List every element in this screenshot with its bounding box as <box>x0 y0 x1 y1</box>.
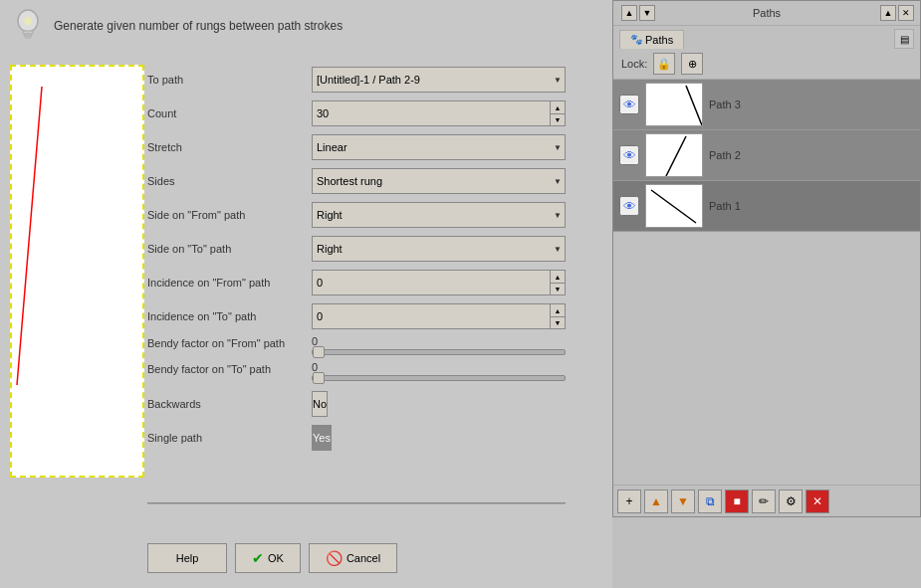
action-buttons: Help ✔ OK 🚫 Cancel <box>147 543 397 573</box>
path-thumb-3 <box>645 83 703 126</box>
help-button[interactable]: Help <box>147 543 227 573</box>
move-up-btn[interactable]: ▲ <box>644 490 668 513</box>
preview-canvas <box>12 67 142 476</box>
bendy-from-slider-track[interactable] <box>312 349 566 355</box>
ok-button[interactable]: ✔ OK <box>235 543 301 573</box>
incidence-from-input[interactable] <box>312 270 550 295</box>
side-to-select[interactable]: Right <box>312 236 566 262</box>
count-control: ▲ ▼ <box>312 100 566 126</box>
paths-down-btn[interactable]: ▼ <box>639 5 655 21</box>
count-down-btn[interactable]: ▼ <box>550 113 566 126</box>
stretch-select[interactable]: Linear <box>312 134 566 160</box>
paths-up-btn[interactable]: ▲ <box>621 5 637 21</box>
count-up-btn[interactable]: ▲ <box>550 100 566 113</box>
bendy-from-row: Bendy factor on "From" path 0 <box>147 335 566 355</box>
incidence-from-down-btn[interactable]: ▼ <box>550 283 566 295</box>
stretch-select-wrapper: Linear <box>312 134 566 160</box>
to-path-select[interactable]: [Untitled]-1 / Path 2-9 <box>312 67 566 93</box>
bendy-from-control: 0 <box>312 335 566 355</box>
bendy-from-label: Bendy factor on "From" path <box>147 335 312 349</box>
sides-label: Sides <box>147 175 312 187</box>
duplicate-btn[interactable]: ⧉ <box>698 490 722 513</box>
paths-list: 👁 Path 3 👁 Path 2 <box>613 80 920 232</box>
bendy-to-value: 0 <box>312 361 566 373</box>
paths-tab-icon: 🐾 <box>630 34 642 45</box>
incidence-to-row: Incidence on "To" path ▲ ▼ <box>147 301 566 331</box>
paths-tab-bar: 🐾 Paths ▤ <box>613 26 920 49</box>
to-path-row: To path [Untitled]-1 / Path 2-9 <box>147 65 566 95</box>
bottom-separator <box>147 502 566 504</box>
visibility-btn-2[interactable]: 👁 <box>619 145 639 165</box>
edit-btn[interactable]: ✏ <box>752 490 776 513</box>
side-from-control: Right <box>312 202 566 228</box>
bulb-icon <box>12 8 44 44</box>
paths-titlebar: ▲ ▼ Paths ▲ ✕ <box>613 1 920 26</box>
bendy-from-value: 0 <box>312 335 566 347</box>
bendy-to-slider-track[interactable] <box>312 375 566 381</box>
form-area: To path [Untitled]-1 / Path 2-9 Count ▲ … <box>147 65 566 457</box>
cancel-icon: 🚫 <box>326 550 343 566</box>
cancel-button[interactable]: 🚫 Cancel <box>309 543 397 573</box>
lock-position-btn[interactable]: 🔒 <box>653 53 675 75</box>
incidence-to-down-btn[interactable]: ▼ <box>550 316 566 329</box>
path-item-1[interactable]: 👁 Path 1 <box>613 181 920 232</box>
sides-control: Shortest rung <box>312 168 566 194</box>
svg-rect-3 <box>25 36 31 38</box>
svg-line-6 <box>686 86 702 125</box>
remove-btn[interactable]: ✕ <box>806 490 829 513</box>
sides-row: Sides Shortest rung <box>147 166 566 196</box>
incidence-from-up-btn[interactable]: ▲ <box>550 270 566 283</box>
backwards-toggle[interactable]: No <box>312 391 328 417</box>
bendy-to-slider-thumb[interactable] <box>313 372 325 384</box>
panel-menu-btn[interactable]: ▤ <box>894 29 914 49</box>
incidence-to-control: ▲ ▼ <box>312 303 566 329</box>
single-path-toggle[interactable]: Yes <box>312 425 332 451</box>
incidence-to-up-btn[interactable]: ▲ <box>550 303 566 316</box>
incidence-to-spinner: ▲ ▼ <box>312 303 566 329</box>
stretch-label: Stretch <box>147 141 312 153</box>
path-name-2: Path 2 <box>709 149 741 161</box>
visibility-btn-3[interactable]: 👁 <box>619 95 639 114</box>
sides-select-wrapper: Shortest rung <box>312 168 566 194</box>
incidence-to-label: Incidence on "To" path <box>147 310 312 322</box>
incidence-to-buttons: ▲ ▼ <box>550 303 566 329</box>
paths-panel-wrapper: ▲ ▼ Paths ▲ ✕ 🐾 Paths ▤ Lock: 🔒 ⊕ 👁 <box>612 0 921 517</box>
lock-visibility-btn[interactable]: ⊕ <box>681 53 703 75</box>
visibility-btn-1[interactable]: 👁 <box>619 196 639 216</box>
incidence-from-row: Incidence on "From" path ▲ ▼ <box>147 268 566 297</box>
move-down-btn[interactable]: ▼ <box>671 490 695 513</box>
count-input[interactable] <box>312 100 550 126</box>
paths-tab[interactable]: 🐾 Paths <box>619 30 684 49</box>
svg-line-7 <box>666 136 686 176</box>
side-from-select[interactable]: Right <box>312 202 566 228</box>
more-btn[interactable]: ⚙ <box>779 490 803 513</box>
single-path-label: Single path <box>147 432 312 444</box>
side-from-row: Side on "From" path Right <box>147 200 566 230</box>
paths-panel-title: Paths <box>655 7 878 19</box>
stretch-row: Stretch Linear <box>147 132 566 162</box>
sides-select[interactable]: Shortest rung <box>312 168 566 194</box>
cancel-label: Cancel <box>346 552 380 564</box>
side-from-label: Side on "From" path <box>147 209 312 221</box>
path-thumb-1 <box>645 184 703 228</box>
paths-toolbar: + ▲ ▼ ⧉ ■ ✏ ⚙ ✕ <box>613 485 920 516</box>
bendy-from-slider-thumb[interactable] <box>313 346 325 358</box>
backwards-row: Backwards No <box>147 389 566 419</box>
path-item-2[interactable]: 👁 Path 2 <box>613 130 920 181</box>
delete-btn[interactable]: ■ <box>725 490 749 513</box>
paths-close-btn[interactable]: ✕ <box>898 5 914 21</box>
canvas-area <box>10 65 144 478</box>
side-from-select-wrapper: Right <box>312 202 566 228</box>
count-label: Count <box>147 107 312 119</box>
bendy-to-label: Bendy factor on "To" path <box>147 361 312 375</box>
main-dialog: Generate given number of rungs between p… <box>0 0 612 588</box>
incidence-to-input[interactable] <box>312 303 550 329</box>
add-path-btn[interactable]: + <box>617 490 641 513</box>
path-item-3[interactable]: 👁 Path 3 <box>613 80 920 130</box>
path-name-3: Path 3 <box>709 98 741 110</box>
count-row: Count ▲ ▼ <box>147 98 566 128</box>
to-path-control: [Untitled]-1 / Path 2-9 <box>312 67 566 93</box>
paths-minimize-btn[interactable]: ▲ <box>880 5 896 21</box>
svg-point-4 <box>24 17 32 25</box>
to-path-label: To path <box>147 74 312 86</box>
